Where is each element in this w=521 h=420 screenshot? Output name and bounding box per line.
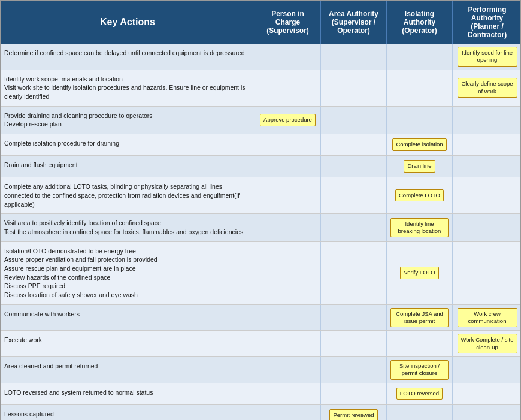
action-text: LOTO reversed and system returned to nor… bbox=[4, 386, 153, 399]
action-cell: Complete any additional LOTO tasks, blin… bbox=[1, 177, 255, 213]
pa-cell bbox=[453, 383, 521, 404]
pic-cell bbox=[255, 134, 321, 155]
ia-cell: Complete LOTO bbox=[387, 177, 453, 213]
pa-cell bbox=[453, 134, 521, 155]
ia-cell: Verify LOTO bbox=[387, 242, 453, 304]
action-box-ia: Site inspection / permit closure bbox=[390, 360, 449, 380]
action-cell: Identify work scope, materials and locat… bbox=[1, 70, 255, 106]
aa-cell bbox=[321, 357, 387, 383]
header-col4: Performing Authority (Planner / Contract… bbox=[453, 1, 521, 44]
action-cell: Visit area to positively identify locati… bbox=[1, 214, 255, 241]
table-body: Determine if confined space can be delay… bbox=[1, 44, 520, 420]
ia-cell bbox=[387, 107, 453, 134]
table-row: Provide draining and cleaning procedure … bbox=[1, 107, 520, 134]
pa-cell bbox=[453, 107, 521, 134]
ia-cell bbox=[387, 70, 453, 106]
action-box-ia: LOTO reversed bbox=[396, 388, 443, 400]
action-box-ia: Complete isolation bbox=[392, 138, 446, 150]
action-text: Lessons captured bbox=[4, 408, 54, 420]
action-cell: Execute work bbox=[1, 331, 255, 356]
pa-cell bbox=[453, 242, 521, 304]
main-table: Key Actions Person in Charge (Supervisor… bbox=[0, 0, 521, 420]
action-box-ia: Drain line bbox=[404, 160, 435, 172]
action-text: Execute work bbox=[4, 334, 42, 346]
table-row: Identify work scope, materials and locat… bbox=[1, 70, 520, 107]
pa-cell bbox=[453, 177, 521, 213]
header-title: Key Actions bbox=[1, 1, 255, 44]
table-row: Area cleaned and permit returnedSite ins… bbox=[1, 357, 520, 383]
action-cell: Isolation/LOTO demonstrated to be energy… bbox=[1, 242, 255, 304]
table-row: LOTO reversed and system returned to nor… bbox=[1, 383, 520, 405]
action-box-aa: Permit reviewed bbox=[329, 409, 377, 420]
table-row: Lessons capturedPermit reviewed bbox=[1, 405, 520, 420]
aa-cell bbox=[321, 70, 387, 106]
action-text: Visit area to positively identify locati… bbox=[4, 217, 243, 238]
ia-cell bbox=[387, 44, 453, 70]
aa-cell: Permit reviewed bbox=[321, 405, 387, 420]
table-row: Complete isolation procedure for drainin… bbox=[1, 134, 520, 156]
pic-cell bbox=[255, 331, 321, 356]
table-row: Communicate with workersComplete JSA and… bbox=[1, 305, 520, 331]
aa-cell bbox=[321, 177, 387, 213]
action-cell: Drain and flush equipment bbox=[1, 156, 255, 177]
pic-cell bbox=[255, 242, 321, 304]
ia-cell: Site inspection / permit closure bbox=[387, 357, 453, 383]
aa-cell bbox=[321, 44, 387, 70]
action-text: Provide draining and cleaning procedure … bbox=[4, 110, 153, 131]
pa-cell: Work crew communication bbox=[453, 305, 521, 331]
header-col3: Isolating Authority (Operator) bbox=[387, 1, 453, 44]
aa-cell bbox=[321, 134, 387, 155]
pic-cell bbox=[255, 383, 321, 404]
action-text: Isolation/LOTO demonstrated to be energy… bbox=[4, 245, 157, 301]
aa-cell bbox=[321, 107, 387, 134]
action-text: Area cleaned and permit returned bbox=[4, 360, 98, 373]
aa-cell bbox=[321, 242, 387, 304]
action-box-pa: Work crew communication bbox=[458, 308, 517, 328]
pa-cell bbox=[453, 156, 521, 177]
action-box-pic: Approve procedure bbox=[260, 114, 316, 126]
action-box-pa: Work Complete / site clean-up bbox=[458, 334, 517, 353]
ia-cell: Identify line breaking location bbox=[387, 214, 453, 241]
pa-cell: Clearly define scope of work bbox=[453, 70, 521, 106]
pa-cell bbox=[453, 214, 521, 241]
action-text: Complete any additional LOTO tasks, blin… bbox=[4, 180, 251, 210]
ia-cell: Complete JSA and issue permit bbox=[387, 305, 453, 331]
action-text: Communicate with workers bbox=[4, 308, 80, 321]
aa-cell bbox=[321, 214, 387, 241]
aa-cell bbox=[321, 156, 387, 177]
action-cell: Complete isolation procedure for drainin… bbox=[1, 134, 255, 155]
header-col2: Area Authority (Supervisor / Operator) bbox=[321, 1, 387, 44]
pa-cell: Identify seed for line opening bbox=[453, 44, 521, 70]
pa-cell: Work Complete / site clean-up bbox=[453, 331, 521, 356]
pic-cell bbox=[255, 70, 321, 106]
action-text: Complete isolation procedure for drainin… bbox=[4, 137, 119, 150]
table-row: Complete any additional LOTO tasks, blin… bbox=[1, 177, 520, 214]
ia-cell bbox=[387, 405, 453, 420]
ia-cell: Drain line bbox=[387, 156, 453, 177]
pic-cell bbox=[255, 305, 321, 331]
pic-cell: Approve procedure bbox=[255, 107, 321, 134]
table-row: Determine if confined space can be delay… bbox=[1, 44, 520, 70]
pa-cell bbox=[453, 357, 521, 383]
aa-cell bbox=[321, 305, 387, 331]
action-cell: Communicate with workers bbox=[1, 305, 255, 331]
table-row: Isolation/LOTO demonstrated to be energy… bbox=[1, 242, 520, 305]
action-text: Determine if confined space can be delay… bbox=[4, 47, 245, 59]
aa-cell bbox=[321, 383, 387, 404]
aa-cell bbox=[321, 331, 387, 356]
action-box-ia: Complete LOTO bbox=[395, 189, 444, 201]
header-col1: Person in Charge (Supervisor) bbox=[255, 1, 321, 44]
pic-cell bbox=[255, 177, 321, 213]
action-cell: Lessons captured bbox=[1, 405, 255, 420]
table-header: Key Actions Person in Charge (Supervisor… bbox=[1, 1, 520, 44]
pic-cell bbox=[255, 214, 321, 241]
action-text: Drain and flush equipment bbox=[4, 159, 78, 171]
action-box-ia: Verify LOTO bbox=[400, 267, 438, 279]
ia-cell bbox=[387, 331, 453, 356]
action-cell: Provide draining and cleaning procedure … bbox=[1, 107, 255, 134]
action-box-pa: Identify seed for line opening bbox=[458, 47, 517, 67]
action-cell: Determine if confined space can be delay… bbox=[1, 44, 255, 70]
action-box-pa: Clearly define scope of work bbox=[458, 78, 517, 98]
action-cell: Area cleaned and permit returned bbox=[1, 357, 255, 383]
action-cell: LOTO reversed and system returned to nor… bbox=[1, 383, 255, 404]
